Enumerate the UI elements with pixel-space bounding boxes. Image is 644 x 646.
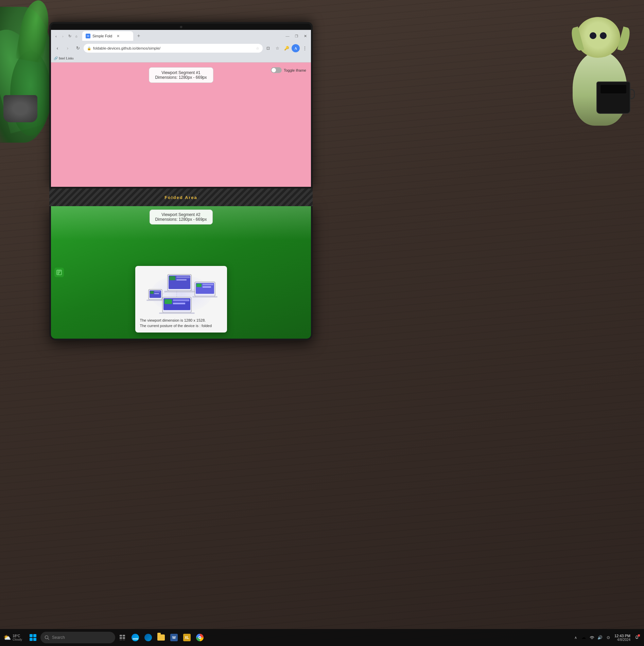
wifi-svg bbox=[590, 635, 594, 640]
clock-area[interactable]: 12:43 PM 4/8/2024 bbox=[613, 634, 632, 642]
svg-rect-26 bbox=[173, 299, 189, 301]
browser-profile-button[interactable]: A bbox=[292, 44, 300, 52]
browser-back-button[interactable]: ‹ bbox=[53, 44, 62, 53]
minimize-button[interactable]: — bbox=[284, 32, 291, 40]
svg-rect-1 bbox=[57, 271, 61, 271]
svg-rect-8 bbox=[176, 276, 190, 278]
svg-rect-19 bbox=[196, 284, 202, 287]
system-tray: ∧ ☁ 🔊 ⊙ 12:43 PM 4/8/2024 bbox=[572, 634, 641, 642]
search-placeholder: Search bbox=[52, 635, 65, 640]
start-button[interactable] bbox=[27, 631, 39, 644]
weather-temp: 18°C bbox=[13, 634, 22, 638]
svg-rect-37 bbox=[123, 637, 125, 639]
toggle-iframe-area: Toggle iframe bbox=[271, 67, 306, 73]
edge2-icon bbox=[144, 634, 152, 641]
restore-button[interactable]: ❐ bbox=[293, 32, 300, 40]
mug bbox=[596, 82, 630, 114]
reload-button[interactable]: ↻ bbox=[67, 33, 73, 39]
close-button[interactable]: ✕ bbox=[301, 32, 309, 40]
segment-1-dimensions: Dimensions: 1280px - 669px bbox=[155, 75, 207, 80]
toggle-iframe-switch[interactable] bbox=[271, 67, 282, 73]
segment-2-label: Viewport Segment #2 bbox=[155, 212, 207, 217]
folded-area-label: Folded Area bbox=[164, 195, 197, 200]
content-card: The viewport dimension is 1280 x 1528. T… bbox=[135, 266, 227, 333]
top-screen: ‹ › ↻ ⌂ SI Simple Fold ✕ + — ❐ ✕ bbox=[49, 22, 313, 189]
svg-rect-25 bbox=[164, 299, 172, 304]
yoda-figurine-area bbox=[525, 0, 644, 204]
scroll-icon bbox=[54, 268, 64, 277]
notification-dot bbox=[638, 634, 640, 636]
active-tab[interactable]: SI Simple Fold ✕ bbox=[82, 31, 133, 41]
extensions-button[interactable]: ⋮ bbox=[301, 44, 309, 52]
win-quad-tr bbox=[33, 634, 36, 637]
excel-icon: XL bbox=[183, 634, 191, 641]
weather-info: 18°C Cloudy bbox=[13, 634, 22, 641]
browser-forward-button[interactable]: › bbox=[63, 44, 72, 53]
win-quad-tl bbox=[30, 634, 33, 637]
url-star-icon: ☆ bbox=[256, 46, 259, 51]
svg-rect-34 bbox=[120, 635, 122, 636]
intel-icon: 🔗 bbox=[54, 56, 58, 60]
url-bar[interactable]: 🔒 foldable-devices.github.io/demos/simpl… bbox=[84, 44, 263, 53]
onedrive-icon[interactable]: ☁ bbox=[580, 634, 587, 641]
task-view-button[interactable] bbox=[117, 632, 128, 643]
notification-button[interactable] bbox=[633, 634, 641, 641]
chrome-taskbar-icon[interactable] bbox=[194, 632, 206, 643]
svg-rect-15 bbox=[154, 293, 159, 294]
url-text: foldable-devices.github.io/demos/simple/ bbox=[93, 46, 160, 50]
card-text-line2: The current posture of the device is : f… bbox=[140, 324, 222, 328]
viewport-segment-1: Viewport Segment #1 Dimensions: 1280px -… bbox=[51, 62, 311, 187]
svg-rect-35 bbox=[123, 635, 125, 636]
tab-favicon: SI bbox=[86, 34, 90, 38]
card-illustration bbox=[140, 271, 222, 315]
weather-desc: Cloudy bbox=[13, 638, 22, 641]
taskbar-search-bar[interactable]: Search bbox=[40, 632, 115, 643]
laptop-device: ‹ › ↻ ⌂ SI Simple Fold ✕ + — ❐ ✕ bbox=[49, 22, 313, 340]
windows-logo bbox=[30, 634, 36, 641]
segment-2-dimensions: Dimensions: 1280px - 669px bbox=[155, 217, 207, 222]
file-explorer-icon bbox=[157, 634, 165, 641]
browser-window[interactable]: ‹ › ↻ ⌂ SI Simple Fold ✕ + — ❐ ✕ bbox=[51, 30, 311, 187]
tab-title: Simple Fold bbox=[92, 34, 112, 38]
home-button[interactable]: ⌂ bbox=[73, 33, 80, 39]
excel-taskbar-icon[interactable]: XL bbox=[181, 632, 193, 643]
battery-icon[interactable]: ⊙ bbox=[605, 634, 612, 641]
taskbar: ⛅ 18°C Cloudy Search bbox=[0, 629, 644, 646]
svg-rect-21 bbox=[203, 286, 211, 288]
browser-actions: ⊡ ☆ 🔑 A ⋮ bbox=[264, 44, 309, 52]
show-hidden-icons-button[interactable]: ∧ bbox=[572, 634, 579, 641]
svg-rect-9 bbox=[176, 279, 187, 281]
svg-rect-22 bbox=[192, 296, 217, 298]
edge2-taskbar-icon[interactable] bbox=[142, 632, 154, 643]
forward-button[interactable]: › bbox=[60, 33, 66, 39]
segment-2-info-box: Viewport Segment #2 Dimensions: 1280px -… bbox=[149, 210, 212, 225]
bookmark-button[interactable]: ☆ bbox=[273, 44, 281, 52]
new-tab-button[interactable]: + bbox=[135, 32, 143, 40]
wifi-icon[interactable] bbox=[589, 634, 595, 641]
card-text-line1: The viewport dimension is 1280 x 1528. bbox=[140, 318, 222, 322]
edge-taskbar-icon[interactable] bbox=[129, 632, 141, 643]
file-explorer-taskbar-icon[interactable] bbox=[155, 632, 167, 643]
toggle-iframe-label: Toggle iframe bbox=[284, 68, 306, 72]
clock-date: 4/8/2024 bbox=[614, 638, 630, 642]
svg-rect-2 bbox=[57, 272, 60, 273]
word-icon: W bbox=[170, 634, 178, 641]
password-manager-button[interactable]: 🔑 bbox=[282, 44, 291, 52]
word-taskbar-icon[interactable]: W bbox=[168, 632, 180, 643]
win-quad-br bbox=[33, 638, 36, 641]
cast-button[interactable]: ⊡ bbox=[264, 44, 272, 52]
tab-close-button[interactable]: ✕ bbox=[116, 34, 120, 38]
svg-rect-7 bbox=[169, 276, 175, 280]
weather-widget[interactable]: ⛅ 18°C Cloudy bbox=[3, 634, 22, 641]
volume-icon[interactable]: 🔊 bbox=[597, 634, 604, 641]
segment-1-info-box: Viewport Segment #1 Dimensions: 1280px -… bbox=[149, 67, 213, 83]
back-button[interactable]: ‹ bbox=[53, 33, 59, 39]
svg-rect-28 bbox=[159, 312, 195, 314]
win-quad-bl bbox=[30, 638, 33, 641]
hinge-area: Folded Area bbox=[49, 189, 313, 206]
scroll-icon-svg bbox=[56, 270, 62, 275]
intel-links-bookmark[interactable]: 🔗 Intel Links bbox=[54, 56, 74, 60]
browser-reload-button[interactable]: ↻ bbox=[73, 44, 82, 53]
task-view-icon bbox=[119, 634, 125, 641]
weather-icon: ⛅ bbox=[3, 634, 11, 641]
